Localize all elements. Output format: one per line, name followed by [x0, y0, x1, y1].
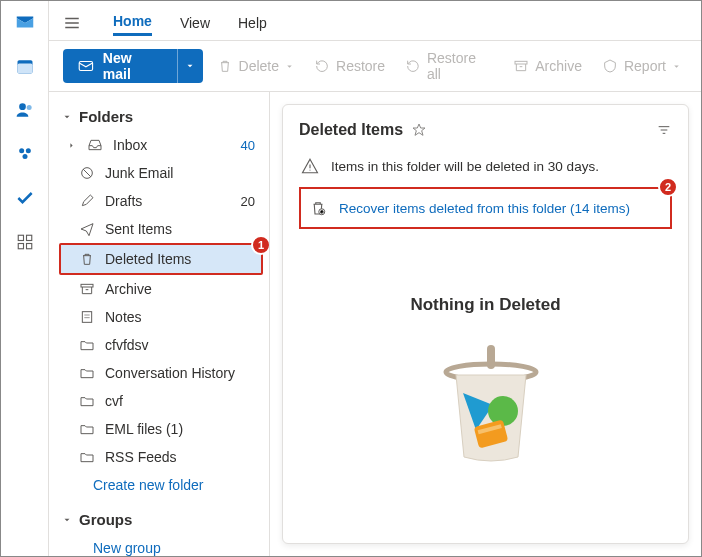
folder-label: Drafts — [105, 193, 142, 209]
empty-bin-illustration — [431, 335, 541, 445]
svg-point-4 — [19, 148, 24, 153]
svg-point-3 — [26, 105, 31, 110]
chevron-down-icon — [61, 514, 73, 526]
folder-inbox[interactable]: Inbox40 — [59, 131, 263, 159]
calendar-app-icon[interactable] — [14, 55, 36, 77]
report-label: Report — [624, 58, 666, 74]
junk-icon — [79, 165, 95, 181]
hamburger-icon[interactable] — [63, 14, 81, 32]
sent-icon — [79, 221, 95, 237]
create-folder-link[interactable]: Create new folder — [59, 471, 263, 499]
groups-group-header[interactable]: Groups — [59, 505, 263, 534]
groups-app-icon[interactable] — [14, 143, 36, 165]
folder-deleted[interactable]: Deleted Items 1 — [59, 243, 263, 275]
archive-label: Archive — [535, 58, 582, 74]
folder-notes[interactable]: Notes — [59, 303, 263, 331]
mail-app-icon[interactable] — [14, 11, 36, 33]
svg-point-20 — [488, 396, 518, 426]
svg-point-6 — [22, 154, 27, 159]
svg-rect-11 — [79, 62, 92, 71]
svg-point-2 — [19, 103, 26, 110]
svg-rect-1 — [17, 64, 32, 74]
inbox-count: 40 — [241, 138, 255, 153]
chevron-down-icon — [61, 111, 73, 123]
new-mail-dropdown[interactable] — [177, 49, 203, 83]
folder-icon — [79, 421, 95, 437]
svg-rect-12 — [515, 61, 527, 64]
folder-label: cvf — [105, 393, 123, 409]
folder-cvf[interactable]: cvf — [59, 387, 263, 415]
app-rail — [1, 1, 49, 556]
message-pane: Deleted Items Items in this folder will … — [269, 92, 701, 556]
more-apps-icon[interactable] — [14, 231, 36, 253]
folders-label: Folders — [79, 108, 133, 125]
notice-text: Items in this folder will be deleted in … — [331, 159, 599, 174]
restore-all-button[interactable]: Restore all — [399, 50, 499, 82]
folder-rss[interactable]: RSS Feeds — [59, 443, 263, 471]
restore-button[interactable]: Restore — [308, 58, 391, 74]
folder-sent[interactable]: Sent Items — [59, 215, 263, 243]
folder-label: Conversation History — [105, 365, 235, 381]
annotation-badge-1: 1 — [251, 235, 269, 255]
folder-drafts[interactable]: Drafts20 — [59, 187, 263, 215]
svg-rect-9 — [18, 244, 23, 249]
folder-label: cfvfdsv — [105, 337, 149, 353]
folder-archive[interactable]: Archive — [59, 275, 263, 303]
drafts-count: 20 — [241, 194, 255, 209]
folder-label: EML files (1) — [105, 421, 183, 437]
folder-nav: Folders Inbox40 Junk Email Drafts20 Sent… — [49, 92, 269, 556]
trash-icon — [79, 251, 95, 267]
folder-junk[interactable]: Junk Email — [59, 159, 263, 187]
folder-label: Inbox — [113, 137, 147, 153]
svg-rect-8 — [26, 235, 31, 240]
folder-label: Deleted Items — [105, 251, 191, 267]
archive-button[interactable]: Archive — [507, 58, 588, 74]
recover-link[interactable]: Recover items deleted from this folder (… — [339, 201, 630, 216]
retention-notice: Items in this folder will be deleted in … — [299, 153, 672, 187]
filter-icon[interactable] — [656, 122, 672, 138]
report-button[interactable]: Report — [596, 58, 687, 74]
folder-label: Notes — [105, 309, 142, 325]
restore-all-label: Restore all — [427, 50, 493, 82]
groups-label: Groups — [79, 511, 132, 528]
folder-label: Archive — [105, 281, 152, 297]
svg-rect-10 — [26, 244, 31, 249]
tab-home[interactable]: Home — [113, 9, 152, 36]
drafts-icon — [79, 193, 95, 209]
recover-items-row[interactable]: Recover items deleted from this folder (… — [299, 187, 672, 229]
svg-rect-7 — [18, 235, 23, 240]
tab-view[interactable]: View — [180, 11, 210, 35]
svg-rect-15 — [82, 312, 91, 323]
restore-label: Restore — [336, 58, 385, 74]
folder-label: Junk Email — [105, 165, 173, 181]
folder-icon — [79, 365, 95, 381]
folders-group-header[interactable]: Folders — [59, 102, 263, 131]
tab-help[interactable]: Help — [238, 11, 267, 35]
folder-icon — [79, 393, 95, 409]
delete-label: Delete — [239, 58, 279, 74]
new-mail-button[interactable]: New mail — [63, 49, 203, 83]
toolbar: New mail Delete Restore Restore all Arch… — [49, 41, 701, 92]
inbox-icon — [87, 137, 103, 153]
new-mail-label: New mail — [103, 50, 163, 82]
empty-state: Nothing in Deleted — [299, 235, 672, 539]
archive-icon — [79, 281, 95, 297]
folder-icon — [79, 337, 95, 353]
pane-title: Deleted Items — [299, 121, 403, 139]
warning-icon — [301, 157, 319, 175]
todo-app-icon[interactable] — [14, 187, 36, 209]
svg-rect-18 — [487, 345, 495, 369]
empty-title: Nothing in Deleted — [410, 295, 560, 315]
favorite-star-icon[interactable] — [411, 122, 427, 138]
folder-cfvfdsv[interactable]: cfvfdsv — [59, 331, 263, 359]
svg-point-5 — [25, 148, 30, 153]
folder-label: RSS Feeds — [105, 449, 177, 465]
folder-eml-files[interactable]: EML files (1) — [59, 415, 263, 443]
people-app-icon[interactable] — [14, 99, 36, 121]
tab-bar: Home View Help — [49, 1, 701, 41]
new-group-link[interactable]: New group — [59, 534, 263, 556]
notes-icon — [79, 309, 95, 325]
recover-icon — [309, 199, 327, 217]
folder-conversation-history[interactable]: Conversation History — [59, 359, 263, 387]
delete-button[interactable]: Delete — [211, 58, 300, 74]
